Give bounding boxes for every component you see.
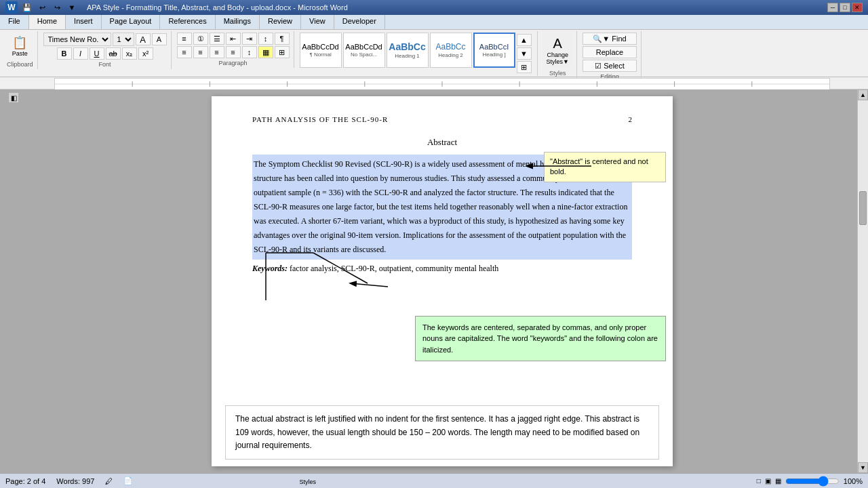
undo-button[interactable]: ↩ — [35, 2, 49, 13]
font-selector[interactable]: Times New Ro... — [43, 33, 111, 46]
status-bar: Page: 2 of 4 Words: 997 🖊 📄 □ ▣ ▦ 100% — [0, 473, 868, 488]
replace-label: Replace — [596, 48, 623, 56]
redo-button[interactable]: ↪ — [50, 2, 64, 13]
bullets-button[interactable]: ≡ — [177, 33, 192, 45]
paste-label: Paste — [12, 50, 28, 57]
align-left-button[interactable]: ≡ — [177, 46, 192, 58]
page-indicator: Page: 2 of 4 — [5, 477, 45, 485]
bold-button[interactable]: B — [57, 47, 72, 60]
view-double-button[interactable]: ▣ — [765, 477, 771, 485]
style-heading3[interactable]: AaBbCcI Heading ] — [473, 33, 515, 68]
change-styles-button[interactable]: A ChangeStyles▼ — [543, 33, 572, 68]
font-size-selector[interactable]: 12 — [113, 33, 134, 46]
styles-down[interactable]: ▼ — [517, 47, 532, 60]
underline-button[interactable]: U — [90, 47, 104, 60]
document-page: PATH ANALYSIS OF THE SCL-90-R 2 Abstract… — [212, 96, 673, 466]
zoom-slider[interactable] — [785, 476, 840, 487]
document-area: PATH ANALYSIS OF THE SCL-90-R 2 Abstract… — [27, 89, 857, 473]
annotation-keywords-text: The keywords are centered, separated by … — [422, 323, 658, 354]
superscript-button[interactable]: x² — [138, 47, 153, 60]
quick-access-toolbar: 💾 ↩ ↪ ▼ — [20, 2, 79, 13]
para-row1: ≡ ① ☰ ⇤ ⇥ ↕ ¶ — [177, 33, 290, 45]
language-icon: 🖊 — [105, 477, 113, 485]
border-button[interactable]: ⊞ — [275, 46, 290, 58]
justify-button[interactable]: ≡ — [226, 46, 241, 58]
styles-up[interactable]: ▲ — [517, 34, 532, 46]
tab-home[interactable]: Home — [29, 15, 66, 29]
italic-button[interactable]: I — [73, 47, 88, 60]
tab-page-layout[interactable]: Page Layout — [102, 15, 161, 29]
align-center-button[interactable]: ≡ — [193, 46, 208, 58]
font-row2: B I U ab x₂ x² — [57, 47, 153, 60]
find-button[interactable]: 🔍 ▼ Find — [583, 33, 637, 45]
scroll-up-button[interactable]: ▲ — [858, 89, 868, 100]
tab-mailings[interactable]: Mailings — [216, 15, 260, 29]
para-row2: ≡ ≡ ≡ ≡ ↕ ▦ ⊞ — [177, 46, 290, 58]
shading-button[interactable]: ▦ — [258, 46, 273, 58]
style-h2-label: Heading 2 — [438, 52, 462, 58]
tab-file[interactable]: File — [0, 15, 29, 29]
strikethrough-button[interactable]: ab — [106, 47, 121, 60]
sort-button[interactable]: ↕ — [258, 33, 273, 45]
select-button[interactable]: ☑ Select — [583, 60, 637, 72]
style-heading2[interactable]: AaBbCc Heading 2 — [430, 33, 472, 68]
ruler-area — [0, 77, 868, 89]
styles-more[interactable]: ⊞ — [517, 61, 532, 73]
view-single-button[interactable]: □ — [757, 477, 761, 485]
page-number: 2 — [629, 115, 633, 123]
styles-label: Styles — [300, 479, 317, 485]
minimize-button[interactable]: ─ — [827, 3, 838, 12]
change-styles-label: ChangeStyles▼ — [547, 52, 569, 65]
title-text: APA Style - Formatting Title, Abstract, … — [87, 3, 348, 12]
font-row1: Times New Ro... 12 A A — [43, 33, 167, 46]
save-button[interactable]: 💾 — [20, 2, 34, 13]
zoom-controls: □ ▣ ▦ 100% — [757, 476, 863, 487]
grow-font-button[interactable]: A — [136, 33, 151, 45]
close-button[interactable]: ✕ — [852, 3, 863, 12]
style-no-spacing[interactable]: AaBbCcDd No Spaci... — [343, 33, 385, 68]
scroll-thumb[interactable] — [859, 191, 867, 225]
outdent-button[interactable]: ⇤ — [226, 33, 241, 45]
style-h1-label: Heading 1 — [395, 53, 419, 59]
arrow-abstract-svg — [462, 156, 598, 176]
style-heading1[interactable]: AaBbCc Heading 1 — [387, 33, 429, 68]
scroll-track[interactable] — [858, 100, 868, 462]
title-bar: W 💾 ↩ ↪ ▼ APA Style - Formatting Title, … — [0, 0, 868, 15]
style-h2-preview: AaBbCc — [436, 42, 466, 52]
ruler-svg — [55, 79, 829, 89]
shrink-font-button[interactable]: A — [152, 33, 167, 45]
align-right-button[interactable]: ≡ — [210, 46, 224, 58]
font-group: Times New Ro... 12 A A B I U ab x₂ x² Fo… — [39, 31, 172, 69]
ribbon-content: 📋 Paste Clipboard Times New Ro... 12 A A… — [0, 30, 868, 77]
tab-view[interactable]: View — [301, 15, 334, 29]
tab-insert[interactable]: Insert — [66, 15, 102, 29]
line-spacing-button[interactable]: ↕ — [242, 46, 257, 58]
subscript-button[interactable]: x₂ — [122, 47, 137, 60]
window-controls: ─ □ ✕ — [827, 3, 863, 12]
styles-buttons: AaBbCcDd ¶ Normal AaBbCcDd No Spaci... A… — [300, 33, 515, 68]
scroll-down-button[interactable]: ▼ — [858, 462, 868, 473]
change-styles-group: A ChangeStyles▼ Styles — [539, 31, 577, 78]
arrow-keywords-svg — [232, 246, 462, 307]
style-normal-preview: AaBbCcDd — [302, 43, 338, 52]
style-nospacing-label: No Spaci... — [351, 52, 377, 58]
show-formatting-button[interactable]: ¶ — [275, 33, 290, 45]
indent-button[interactable]: ⇥ — [242, 33, 257, 45]
paste-button[interactable]: 📋 Paste — [9, 33, 31, 60]
numbering-button[interactable]: ① — [193, 33, 208, 45]
multilevel-button[interactable]: ☰ — [210, 33, 224, 45]
view-web-button[interactable]: ▦ — [775, 477, 781, 485]
svg-line-15 — [351, 283, 388, 287]
tab-review[interactable]: Review — [260, 15, 301, 29]
maximize-button[interactable]: □ — [840, 3, 850, 12]
paragraph-group: ≡ ① ☰ ⇤ ⇥ ↕ ¶ ≡ ≡ ≡ ≡ ↕ ▦ ⊞ Paragraph — [173, 31, 294, 68]
tab-developer[interactable]: Developer — [334, 15, 385, 29]
track-changes-icon: 📄 — [123, 476, 133, 485]
qa-dropdown[interactable]: ▼ — [65, 2, 79, 13]
replace-button[interactable]: Replace — [583, 46, 637, 58]
change-styles-icon: A — [553, 36, 562, 52]
ruler — [54, 78, 830, 89]
tab-references[interactable]: References — [160, 15, 215, 29]
style-h1-preview: AaBbCc — [389, 41, 425, 53]
style-normal[interactable]: AaBbCcDd ¶ Normal — [300, 33, 342, 68]
